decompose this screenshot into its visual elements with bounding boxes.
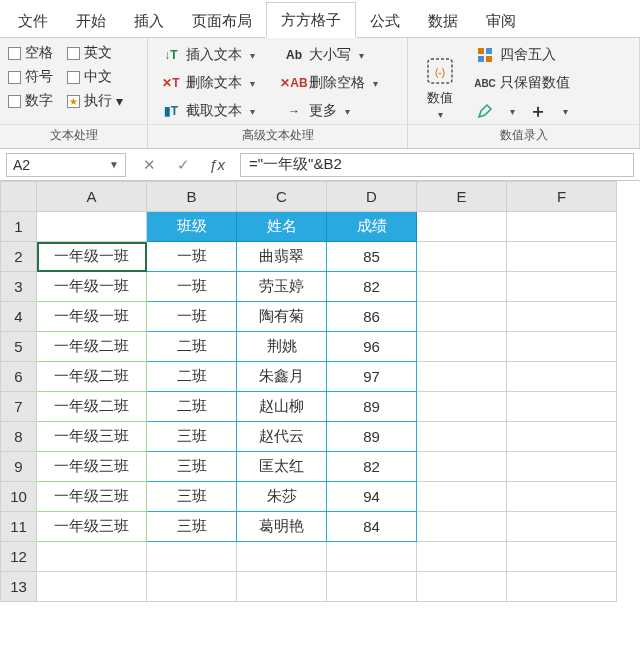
cell[interactable] <box>147 542 237 572</box>
btn-insert-text[interactable]: ↓T插入文本▾ <box>156 44 261 66</box>
cell[interactable]: 一年级二班 <box>37 332 147 362</box>
btn-delete-text[interactable]: ✕T删除文本▾ <box>156 72 261 94</box>
cell[interactable] <box>417 422 507 452</box>
confirm-button[interactable]: ✓ <box>170 156 196 174</box>
col-head-d[interactable]: D <box>327 182 417 212</box>
cell[interactable]: 三班 <box>147 422 237 452</box>
cell[interactable] <box>237 542 327 572</box>
row-head[interactable]: 5 <box>1 332 37 362</box>
fx-button[interactable]: ƒx <box>204 156 230 174</box>
cell[interactable] <box>507 542 617 572</box>
sheet-area[interactable]: A B C D E F 1班级姓名成绩2一年级一班一班曲翡翠853一年级一班一班… <box>0 181 640 602</box>
menu-tab-layout[interactable]: 页面布局 <box>178 4 266 37</box>
formula-input[interactable]: ="一年级"&B2 <box>240 153 634 177</box>
btn-keep-numeric[interactable]: ABC 只保留数值 <box>470 72 576 94</box>
cell[interactable] <box>417 212 507 242</box>
cell[interactable]: 曲翡翠 <box>237 242 327 272</box>
select-all-corner[interactable] <box>1 182 37 212</box>
row-head[interactable]: 3 <box>1 272 37 302</box>
cell[interactable] <box>507 362 617 392</box>
cell[interactable]: 85 <box>327 242 417 272</box>
cell[interactable]: 姓名 <box>237 212 327 242</box>
col-head-a[interactable]: A <box>37 182 147 212</box>
cell[interactable]: 二班 <box>147 362 237 392</box>
row-head[interactable]: 7 <box>1 392 37 422</box>
cell[interactable]: 朱鑫月 <box>237 362 327 392</box>
cell[interactable] <box>507 332 617 362</box>
row-head[interactable]: 1 <box>1 212 37 242</box>
cell[interactable] <box>507 482 617 512</box>
row-head[interactable]: 4 <box>1 302 37 332</box>
cell[interactable]: 82 <box>327 272 417 302</box>
opt-number[interactable]: 数字 <box>8 92 53 110</box>
cell[interactable]: 赵代云 <box>237 422 327 452</box>
cell[interactable] <box>417 542 507 572</box>
cell[interactable]: 班级 <box>147 212 237 242</box>
cell[interactable]: 劳玉婷 <box>237 272 327 302</box>
cell[interactable]: 一年级三班 <box>37 482 147 512</box>
cell[interactable] <box>147 572 237 602</box>
cell[interactable]: 一年级一班 <box>37 272 147 302</box>
cell[interactable]: 97 <box>327 362 417 392</box>
opt-execute[interactable]: 执行▾ <box>67 92 123 110</box>
cell[interactable]: 96 <box>327 332 417 362</box>
cell[interactable] <box>417 452 507 482</box>
cell[interactable]: 一年级一班 <box>37 242 147 272</box>
cell[interactable]: 一年级三班 <box>37 512 147 542</box>
cell[interactable] <box>417 572 507 602</box>
cell[interactable]: 二班 <box>147 332 237 362</box>
cell[interactable]: 86 <box>327 302 417 332</box>
cell[interactable]: 赵山柳 <box>237 392 327 422</box>
btn-case[interactable]: Ab大小写▾ <box>279 44 384 66</box>
row-head[interactable]: 2 <box>1 242 37 272</box>
cell[interactable]: 一班 <box>147 302 237 332</box>
cell[interactable] <box>417 392 507 422</box>
cell[interactable]: 三班 <box>147 482 237 512</box>
cell[interactable]: 葛明艳 <box>237 512 327 542</box>
cell[interactable] <box>507 272 617 302</box>
btn-delete-space[interactable]: ✕AB删除空格▾ <box>279 72 384 94</box>
menu-tab-insert[interactable]: 插入 <box>120 4 178 37</box>
cell[interactable] <box>417 272 507 302</box>
cell[interactable] <box>507 452 617 482</box>
cell[interactable]: 一年级二班 <box>37 392 147 422</box>
btn-round[interactable]: 四舍五入 <box>470 44 576 66</box>
menu-tab-file[interactable]: 文件 <box>4 4 62 37</box>
row-head[interactable]: 12 <box>1 542 37 572</box>
cell[interactable] <box>37 542 147 572</box>
cell[interactable] <box>417 332 507 362</box>
opt-space[interactable]: 空格 <box>8 44 53 62</box>
col-head-b[interactable]: B <box>147 182 237 212</box>
cell[interactable]: 94 <box>327 482 417 512</box>
row-head[interactable]: 9 <box>1 452 37 482</box>
cell[interactable]: 一年级三班 <box>37 422 147 452</box>
row-head[interactable]: 11 <box>1 512 37 542</box>
cell[interactable] <box>507 212 617 242</box>
cell[interactable]: 一班 <box>147 272 237 302</box>
col-head-e[interactable]: E <box>417 182 507 212</box>
row-head[interactable]: 6 <box>1 362 37 392</box>
opt-symbol[interactable]: 符号 <box>8 68 53 86</box>
row-head[interactable]: 13 <box>1 572 37 602</box>
opt-chinese[interactable]: 中文 <box>67 68 123 86</box>
cell[interactable] <box>507 512 617 542</box>
cell[interactable]: 一年级一班 <box>37 302 147 332</box>
cell[interactable]: 一年级三班 <box>37 452 147 482</box>
cell[interactable]: 三班 <box>147 452 237 482</box>
btn-crop-text[interactable]: ▮T截取文本▾ <box>156 100 261 122</box>
cell[interactable] <box>417 362 507 392</box>
cancel-button[interactable]: ✕ <box>136 156 162 174</box>
cell[interactable] <box>327 572 417 602</box>
cell[interactable] <box>507 422 617 452</box>
cell[interactable]: 荆姚 <box>237 332 327 362</box>
cell[interactable]: 三班 <box>147 512 237 542</box>
cell[interactable]: 朱莎 <box>237 482 327 512</box>
menu-tab-home[interactable]: 开始 <box>62 4 120 37</box>
row-head[interactable]: 8 <box>1 422 37 452</box>
col-head-c[interactable]: C <box>237 182 327 212</box>
cell[interactable] <box>37 212 147 242</box>
cell[interactable] <box>417 482 507 512</box>
cell[interactable]: 陶有菊 <box>237 302 327 332</box>
cell[interactable] <box>507 392 617 422</box>
cell[interactable] <box>37 572 147 602</box>
